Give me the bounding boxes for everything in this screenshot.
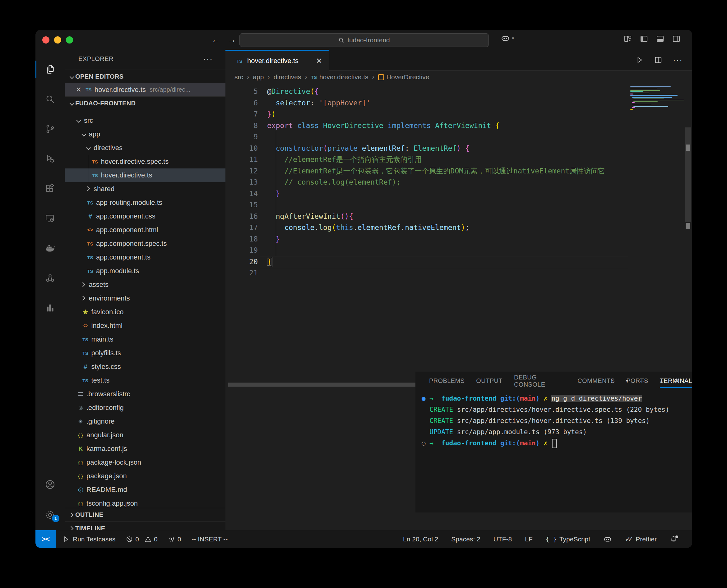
tree-item-favicon-ico[interactable]: ★favicon.ico [65, 305, 225, 319]
tab-hover-directive[interactable]: TS hover.directive.ts ✕ [225, 50, 329, 71]
sidebar-item-explorer[interactable] [36, 59, 65, 79]
vertical-scrollbar[interactable] [684, 84, 692, 394]
zoom-window-button[interactable] [66, 36, 73, 43]
split-editor-icon[interactable] [654, 56, 662, 64]
code-line: constructor(private elementRef: ElementR… [267, 143, 469, 154]
tree-item-test-ts[interactable]: TStest.ts [65, 374, 225, 387]
sidebar-item-extensions[interactable] [36, 179, 65, 198]
activity-bar: 1 [36, 50, 65, 530]
notifications-bell[interactable] [670, 536, 677, 543]
line-number: 19 [225, 245, 258, 256]
tree-item-app-component-spec-ts[interactable]: TSapp.component.spec.ts [65, 237, 225, 251]
open-editor-item[interactable]: ✕ TS hover.directive.ts src/app/direc... [65, 83, 225, 96]
tree-item-app-component-html[interactable]: <>app.component.html [65, 223, 225, 237]
line-number: 9 [225, 131, 258, 143]
tree-item-app-routing-module-ts[interactable]: TSapp-routing.module.ts [65, 196, 225, 209]
panel-tab-debug-console[interactable]: DEBUG CONSOLE [514, 372, 566, 390]
tree-item-angular-json[interactable]: { }angular.json [65, 428, 225, 442]
tree-folder-shared[interactable]: shared [65, 182, 225, 196]
account-button[interactable] [36, 475, 65, 495]
scrollbar-thumb[interactable] [685, 127, 691, 222]
open-editors-label: OPEN EDITORS [75, 73, 124, 80]
open-editor-description: src/app/direc... [149, 86, 190, 93]
tree-item-app-component-css[interactable]: #app.component.css [65, 209, 225, 223]
encoding[interactable]: UTF-8 [493, 536, 512, 543]
toggle-panel-icon[interactable] [655, 35, 665, 43]
customize-layout-icon[interactable] [623, 35, 632, 43]
tree-folder-directives[interactable]: directives [65, 141, 225, 155]
sidebar-item-organization[interactable] [36, 268, 65, 288]
workspace-root-header[interactable]: FUDAO-FRONTEND [65, 96, 225, 110]
sidebar-item-search[interactable] [36, 89, 65, 109]
editor-more-actions-icon[interactable]: ··· [673, 55, 683, 65]
text-cursor [272, 257, 273, 267]
tree-item--browserslistrc[interactable]: .browserslistrc [65, 387, 225, 401]
cursor-position[interactable]: Ln 20, Col 2 [403, 536, 438, 543]
tree-item-app-module-ts[interactable]: TSapp.module.ts [65, 264, 225, 278]
panel-more-actions-icon[interactable]: ··· [640, 377, 649, 385]
minimize-window-button[interactable] [54, 36, 61, 43]
tree-item-package-json[interactable]: { }package.json [65, 469, 225, 483]
breadcrumb-item-directives[interactable]: directives [274, 74, 301, 81]
minimap[interactable] [628, 84, 684, 208]
close-panel-icon[interactable]: ✕ [674, 377, 680, 385]
problems-status[interactable]: 0 0 [126, 536, 157, 543]
broadcast-status[interactable]: 0 [168, 536, 181, 543]
settings-button[interactable] [36, 505, 65, 525]
tree-item-hover-directive-ts[interactable]: TShover.directive.ts [65, 168, 225, 182]
sidebar-item-run-debug[interactable] [36, 149, 65, 169]
new-terminal-icon[interactable]: + [609, 376, 615, 386]
command-center-search[interactable]: fudao-frontend [239, 33, 489, 47]
terminal-output[interactable]: ● → fudao-frontend git:(main) ✗ ng g d d… [422, 390, 692, 512]
language-mode[interactable]: { } TypeScript [546, 536, 590, 543]
tree-item-app-component-ts[interactable]: TSapp.component.ts [65, 251, 225, 264]
breadcrumb-item-hoverdirective[interactable]: HoverDirective [378, 74, 429, 81]
eol-sequence[interactable]: LF [525, 536, 533, 543]
tree-item-package-lock-json[interactable]: { }package-lock.json [65, 456, 225, 469]
browserslist-file-icon [75, 392, 86, 397]
tree-item-styles-css[interactable]: #styles.css [65, 360, 225, 374]
remote-indicator[interactable]: >< [36, 530, 56, 548]
panel-tab-output[interactable]: OUTPUT [476, 372, 503, 390]
close-window-button[interactable] [42, 36, 49, 43]
sidebar-item-source-control[interactable] [36, 119, 65, 139]
tree-folder-environments[interactable]: environments [65, 292, 225, 305]
close-editor-icon[interactable]: ✕ [74, 86, 83, 94]
sidebar-item-remote-explorer[interactable] [36, 209, 65, 228]
copilot-menu[interactable]: ▾ [501, 35, 514, 42]
tree-item-readme-md[interactable]: README.md [65, 483, 225, 497]
run-testcases-button[interactable]: Run Testcases [63, 536, 115, 543]
tree-item--gitignore[interactable]: .gitignore [65, 415, 225, 428]
breadcrumb-item-hover-directive-ts[interactable]: TShover.directive.ts [311, 74, 368, 81]
tree-folder-app[interactable]: app [65, 127, 225, 141]
tree-item-main-ts[interactable]: TSmain.ts [65, 333, 225, 346]
close-tab-icon[interactable]: ✕ [316, 57, 322, 65]
formatter-status[interactable]: ✓✓ Prettier [625, 536, 657, 543]
tree-item--editorconfig[interactable]: .editorconfig [65, 401, 225, 415]
indentation[interactable]: Spaces: 2 [451, 536, 480, 543]
tree-folder-assets[interactable]: assets [65, 278, 225, 292]
explorer-more-actions-icon[interactable]: ··· [203, 54, 213, 64]
ts-file-icon: TS [311, 75, 317, 80]
tree-folder-src[interactable]: src [65, 114, 225, 127]
tree-item-karma-conf-js[interactable]: Kkarma.conf.js [65, 442, 225, 456]
toggle-primary-sidebar-icon[interactable] [639, 35, 649, 43]
back-arrow-icon[interactable]: ← [211, 34, 220, 45]
outline-header[interactable]: OUTLINE [65, 508, 225, 522]
sidebar-item-docker[interactable] [36, 238, 65, 258]
tree-item-hover-directive-spec-ts[interactable]: TShover.directive.spec.ts [65, 155, 225, 168]
run-file-icon[interactable] [635, 56, 644, 64]
panel-tab-problems[interactable]: PROBLEMS [429, 372, 465, 390]
open-editors-header[interactable]: OPEN EDITORS [65, 70, 225, 83]
forward-arrow-icon[interactable]: → [228, 34, 236, 45]
tree-item-index-html[interactable]: <>index.html [65, 319, 225, 333]
breadcrumb-item-src[interactable]: src [235, 74, 243, 81]
sidebar-item-test-results[interactable] [36, 298, 65, 318]
breadcrumb-item-app[interactable]: app [253, 74, 264, 81]
copilot-status[interactable] [603, 536, 612, 543]
toggle-secondary-sidebar-icon[interactable] [672, 35, 681, 43]
maximize-panel-icon[interactable]: ▴ [660, 378, 663, 384]
timeline-header[interactable]: TIMELINE [65, 522, 225, 530]
tree-item-polyfills-ts[interactable]: TSpolyfills.ts [65, 346, 225, 360]
terminal-dropdown-icon[interactable]: ▾ [626, 378, 628, 384]
